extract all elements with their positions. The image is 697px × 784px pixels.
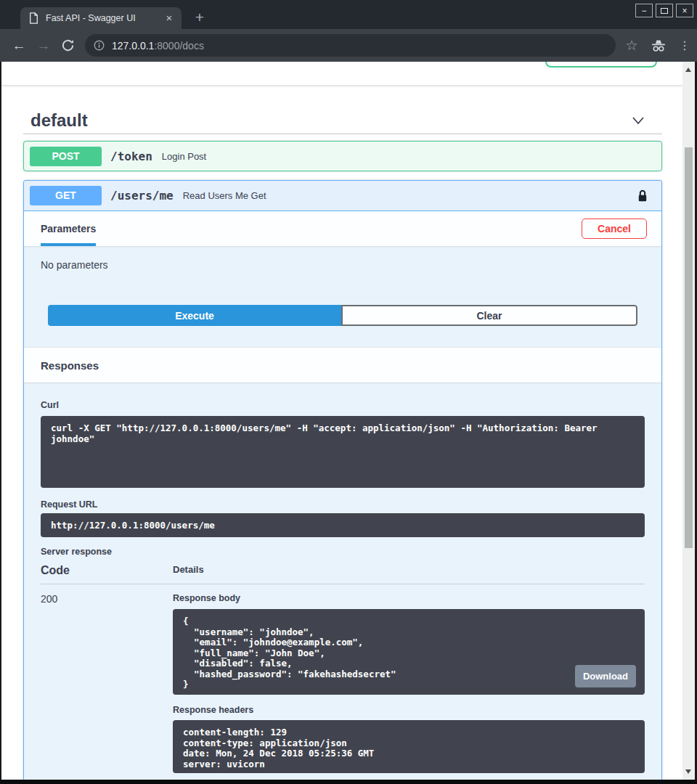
url-path: :8000/docs bbox=[154, 40, 204, 52]
details-column-header: Details bbox=[173, 564, 204, 575]
tab-title: Fast API - Swagger UI bbox=[46, 13, 163, 23]
swagger-page: default POST /token Login Post bbox=[1, 62, 682, 780]
tag-section-default[interactable]: default bbox=[23, 107, 662, 134]
responses-header: Responses bbox=[24, 347, 661, 383]
new-tab-button[interactable]: + bbox=[190, 9, 209, 28]
response-body-label: Response body bbox=[173, 593, 645, 603]
browser-window: Fast API - Swagger UI × + − × ← → 127.0.… bbox=[0, 0, 697, 784]
page-scrollbar[interactable] bbox=[682, 62, 695, 780]
scheme-container bbox=[1, 62, 682, 86]
scrollbar-up-icon[interactable] bbox=[685, 68, 691, 72]
menu-icon[interactable]: ⋮ bbox=[672, 38, 697, 52]
execute-row: Execute Clear bbox=[48, 305, 637, 326]
download-button[interactable]: Download bbox=[575, 665, 636, 687]
curl-command: curl -X GET "http://127.0.0.1:8000/users… bbox=[41, 416, 645, 488]
forward-icon: → bbox=[35, 38, 52, 54]
responses-title: Responses bbox=[41, 359, 99, 372]
op-path-post: /token bbox=[110, 150, 152, 163]
method-badge-get: GET bbox=[30, 186, 102, 205]
browser-toolbar: ← → 127.0.0.1:8000/docs ☆ bbox=[0, 29, 697, 62]
maximize-icon bbox=[661, 8, 668, 14]
url-text[interactable]: 127.0.0.1:8000/docs bbox=[112, 40, 204, 52]
op-summary-post: Login Post bbox=[162, 151, 206, 162]
url-host: 127.0.0.1 bbox=[112, 40, 154, 52]
curl-label: Curl bbox=[41, 400, 645, 410]
maximize-button[interactable] bbox=[656, 4, 673, 17]
status-code: 200 bbox=[41, 593, 173, 773]
back-icon[interactable]: ← bbox=[10, 38, 28, 54]
execute-button[interactable]: Execute bbox=[48, 305, 341, 326]
response-row-200: 200 Response body { "username": "johndoe… bbox=[41, 584, 645, 773]
no-parameters-text: No parameters bbox=[24, 246, 661, 271]
authorize-button-partial[interactable] bbox=[545, 62, 657, 68]
request-url: http://127.0.0.1:8000/users/me bbox=[41, 513, 645, 537]
code-column-header: Code bbox=[41, 564, 173, 577]
request-url-label: Request URL bbox=[41, 499, 645, 510]
page-viewport: default POST /token Login Post bbox=[0, 62, 697, 780]
parameters-tab-row: Parameters Cancel bbox=[24, 211, 661, 246]
response-headers: content-length: 129 content-type: applic… bbox=[173, 720, 645, 773]
method-badge-post: POST bbox=[30, 147, 102, 166]
clear-button[interactable]: Clear bbox=[341, 305, 637, 326]
scrollbar-down-icon[interactable] bbox=[685, 769, 691, 774]
incognito-icon bbox=[645, 38, 672, 53]
op-path-get: /users/me bbox=[110, 189, 174, 203]
server-response-label: Server response bbox=[41, 547, 645, 557]
info-icon[interactable] bbox=[94, 40, 105, 51]
tag-title: default bbox=[23, 110, 88, 131]
response-headers-label: Response headers bbox=[173, 705, 645, 715]
opblock-get-header[interactable]: GET /users/me Read Users Me Get bbox=[24, 181, 661, 211]
chevron-down-icon[interactable] bbox=[630, 113, 646, 128]
response-body-json: { "username": "johndoe", "email": "johnd… bbox=[183, 616, 396, 690]
titlebar: Fast API - Swagger UI × + − × bbox=[0, 0, 697, 29]
op-summary-get: Read Users Me Get bbox=[183, 190, 266, 201]
tab-parameters[interactable]: Parameters bbox=[41, 211, 96, 246]
opblock-get-users-me: GET /users/me Read Users Me Get Paramete… bbox=[23, 180, 662, 780]
minimize-button[interactable]: − bbox=[635, 4, 653, 17]
url-bar[interactable]: 127.0.0.1:8000/docs bbox=[85, 34, 616, 57]
close-window-button[interactable]: × bbox=[676, 4, 693, 17]
tab-close-icon[interactable]: × bbox=[163, 12, 176, 25]
cancel-button[interactable]: Cancel bbox=[582, 219, 647, 239]
auth-lock-icon[interactable] bbox=[637, 189, 648, 203]
reload-icon[interactable] bbox=[59, 38, 76, 52]
scrollbar-thumb[interactable] bbox=[685, 147, 693, 548]
window-bottom-edge bbox=[0, 780, 697, 784]
page-favicon-icon bbox=[29, 12, 38, 24]
response-body: { "username": "johndoe", "email": "johnd… bbox=[173, 609, 645, 695]
response-table-header: Code Details bbox=[41, 564, 645, 584]
opblock-post-token[interactable]: POST /token Login Post bbox=[23, 141, 662, 171]
bookmark-star-icon[interactable]: ☆ bbox=[619, 37, 645, 54]
browser-tab[interactable]: Fast API - Swagger UI × bbox=[20, 7, 182, 29]
